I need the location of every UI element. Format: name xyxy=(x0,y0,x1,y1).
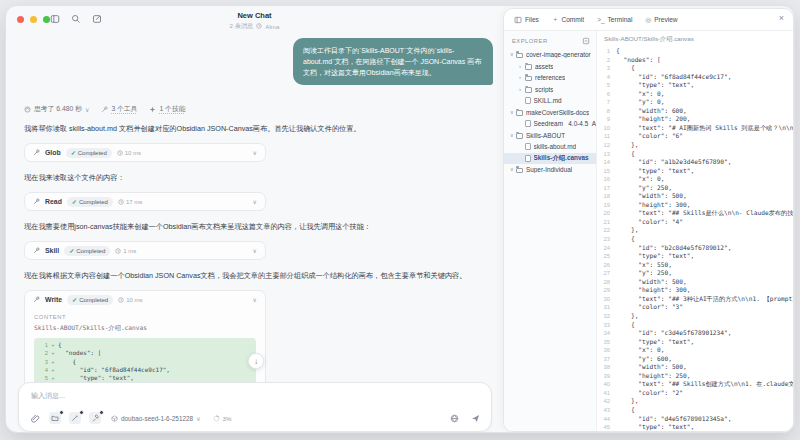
close-panel-icon[interactable]: × xyxy=(779,13,784,23)
skills-used-toggle[interactable]: 1 个技能 xyxy=(149,104,185,114)
file-tree-item[interactable]: assets xyxy=(504,61,596,73)
tool-call-read[interactable]: Read ✓Completed 17 ms ∨ xyxy=(24,192,266,211)
workspace-panel: Files ＋ Commit >_ Terminal ◎ Preview × E… xyxy=(503,8,794,432)
chevron-down-icon: ∨ xyxy=(253,198,257,205)
project-folder-button[interactable] xyxy=(49,412,61,424)
file-type-icon xyxy=(516,168,523,174)
diff-line: 1+{ xyxy=(36,341,256,349)
hammer-icon xyxy=(91,414,99,422)
assistant-paragraph: 现在我来读取这个文件的内容： xyxy=(24,172,476,183)
code-line: 24 "id": "b2c8d4e5f6789012", xyxy=(597,244,793,253)
tab-preview[interactable]: ◎ Preview xyxy=(645,16,677,24)
folder-icon xyxy=(51,414,59,422)
clock-icon xyxy=(256,23,262,30)
search-icon[interactable] xyxy=(71,14,81,24)
check-icon: ✓ xyxy=(72,198,77,205)
check-icon: ✓ xyxy=(72,296,77,303)
code-line: 1{ xyxy=(597,47,793,56)
diff-line: 2+ "nodes": [ xyxy=(36,349,256,357)
status-badge: ✓Completed xyxy=(66,148,112,158)
voice-input-button[interactable] xyxy=(448,412,460,424)
terminal-icon: >_ xyxy=(597,16,604,23)
assistant-meta-row: 思考了 6.480 秒 ∨ 3 个工具 1 个技能 xyxy=(24,104,493,114)
send-button[interactable] xyxy=(469,412,481,424)
brain-icon xyxy=(24,106,31,113)
tab-files[interactable]: Files xyxy=(514,16,539,24)
assistant-paragraph: 我将帮你读取 skills-about.md 文档并创建对应的Obsidian … xyxy=(24,123,476,134)
collapse-all-icon[interactable] xyxy=(582,37,590,45)
tool-icon xyxy=(33,296,40,303)
file-tree-item[interactable]: Skills-ABOUT xyxy=(504,130,596,142)
file-tree-item[interactable]: Skills-介绍.canvas xyxy=(504,153,596,165)
titlebar: New Chat 2 条消息 Alma xyxy=(6,6,503,33)
minimize-window-button[interactable] xyxy=(30,16,37,23)
status-badge: ✓Completed xyxy=(67,197,113,207)
duration: 10 ms xyxy=(118,297,142,303)
code-line: 23 { xyxy=(597,235,793,244)
code-line: 31 "color": "3" xyxy=(597,303,793,312)
file-type-icon xyxy=(525,87,532,93)
file-type-icon xyxy=(525,64,532,70)
file-tree-item[interactable]: cover-image-generator xyxy=(504,49,596,61)
code-line: 36 "x": 0, xyxy=(597,346,793,355)
sparkle-icon xyxy=(149,106,156,113)
sidebar-toggle-icon[interactable] xyxy=(50,14,60,24)
code-line: 13 { xyxy=(597,150,793,159)
chat-pane: New Chat 2 条消息 Alma 阅读工作目录下的`Skills-ABOU… xyxy=(6,6,503,433)
code-line: 2 "nodes": [ xyxy=(597,56,793,65)
code-line: 33 { xyxy=(597,321,793,330)
code-line: 20 "text": "## Skills是什么\n\n- Claude发布的技… xyxy=(597,209,793,218)
close-window-button[interactable] xyxy=(17,16,24,23)
file-tree-item[interactable]: references xyxy=(504,72,596,84)
explorer-title: EXPLORER xyxy=(512,38,548,44)
new-chat-icon[interactable] xyxy=(92,14,102,24)
message-list: 阅读工作目录下的`Skills-ABOUT`文件内的`skills-about.… xyxy=(6,33,503,433)
file-tree-item[interactable]: Super-Individual xyxy=(504,164,596,176)
badge-dot xyxy=(59,410,64,415)
code-line: 30 "text": "## 3种让AI干活的方式\n\n1. 【prompt】… xyxy=(597,295,793,304)
written-file-path: Skills-ABOUT/Skills-介绍.canvas xyxy=(34,324,256,333)
file-tree-item[interactable]: scripts xyxy=(504,84,596,96)
code-line: 10 "text": "# AI圈新热词 Skills 到底是个啥？\n\n一篇… xyxy=(597,124,793,133)
tool-call-glob[interactable]: Glob ✓Completed 10 ms ∨ xyxy=(24,143,266,162)
tab-terminal[interactable]: >_ Terminal xyxy=(597,16,632,23)
code-line: 3 { xyxy=(597,64,793,73)
code-line: 42 }, xyxy=(597,397,793,406)
file-type-icon xyxy=(525,143,531,150)
code-line: 19 "height": 300, xyxy=(597,201,793,210)
thinking-toggle[interactable]: 思考了 6.480 秒 ∨ xyxy=(24,104,89,114)
tool-call-skill[interactable]: Skill ✓Completed 1 ms ∨ xyxy=(24,241,266,260)
code-line: 40 "text": "## Skills创建方式\n\n1. 在.claude… xyxy=(597,380,793,389)
tools-used-toggle[interactable]: 3 个工具 xyxy=(101,104,137,114)
diff-line: 3+ { xyxy=(36,358,256,366)
code-line: 21 "color": "4" xyxy=(597,218,793,227)
context-ring-icon xyxy=(213,415,220,422)
file-tree-item[interactable]: SKILL.md xyxy=(504,95,596,107)
code-editor: Skills-ABOUT/Skills-介绍.canvas 1{ 2 "node… xyxy=(597,31,793,431)
skills-button[interactable] xyxy=(89,412,101,424)
tab-commit[interactable]: ＋ Commit xyxy=(552,15,584,24)
code-line: 38 "width": 500, xyxy=(597,363,793,372)
mcp-tools-button[interactable] xyxy=(69,412,81,424)
chevron-down-icon: ∨ xyxy=(253,247,257,254)
message-input[interactable] xyxy=(31,392,331,399)
check-icon: ✓ xyxy=(69,247,74,254)
file-tree-item[interactable]: skills-about.md xyxy=(504,141,596,153)
status-badge: ✓Completed xyxy=(64,246,110,256)
scroll-to-bottom-button[interactable]: ↓ xyxy=(248,353,264,369)
code-lines: 1{ 2 "nodes": [ 3 { 4 "id": "6f8ad84f44c… xyxy=(597,47,793,431)
code-line: 5 "type": "text", xyxy=(597,81,793,90)
file-type-icon xyxy=(516,110,523,116)
attach-file-button[interactable] xyxy=(29,412,41,424)
file-tree-item[interactable]: Seedream_ 4.0-4.5_AP xyxy=(504,118,596,130)
badge-dot xyxy=(99,410,104,415)
model-selector[interactable]: doubao-seed-1-6-251228 ∨ xyxy=(111,415,201,422)
workspace-header: Files ＋ Commit >_ Terminal ◎ Preview × xyxy=(504,9,793,31)
status-badge: ✓Completed xyxy=(67,295,113,305)
zoom-window-button[interactable] xyxy=(43,16,50,23)
message-count: 2 条消息 xyxy=(230,22,254,31)
content-section-label: CONTENT xyxy=(34,314,256,320)
code-line: 17 "y": 250, xyxy=(597,184,793,193)
files-icon xyxy=(514,16,522,24)
file-tree-item[interactable]: makeCoverSkills-docs xyxy=(504,107,596,119)
